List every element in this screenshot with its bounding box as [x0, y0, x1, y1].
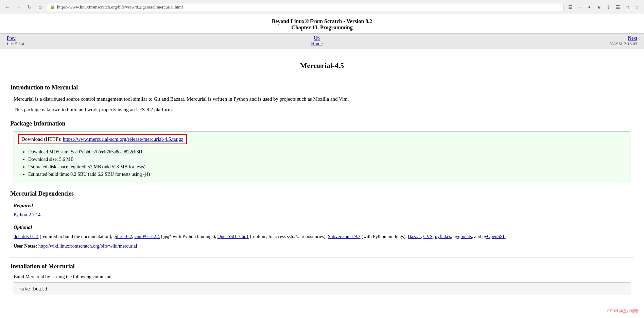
user-notes-label: User Notes: [14, 244, 37, 249]
intro-para2: This package is known to build and work … [14, 106, 634, 114]
subversion-note: (with Python bindings), [360, 234, 408, 239]
prev-link[interactable]: Prev [7, 36, 24, 41]
back-button[interactable]: ← [3, 3, 12, 11]
page-title: Mercurial-4.5 [10, 56, 634, 77]
nav-left: Prev Lua-5.3.4 [7, 36, 24, 47]
bookmark-list-icon[interactable]: ☰ [567, 3, 574, 11]
user-notes: User Notes: http://wiki.linuxfromscratch… [14, 244, 630, 249]
gnupg-note: (gpg2 with Python bindings), [160, 234, 217, 239]
user-notes-link[interactable]: http://wiki.linuxfromscratch.org/blfs/wi… [38, 244, 137, 249]
python-link[interactable]: Python-2.7.14 [14, 212, 40, 217]
pygments-link[interactable]: pygments [453, 234, 472, 239]
gnupg-link[interactable]: GnuPG-2.2.4 [134, 234, 160, 239]
docutils-note: (required to build the documentation), [39, 234, 114, 239]
size-label: Download size: [28, 157, 58, 162]
disk-label: Estimated disk space required: [28, 164, 86, 169]
package-info-box: Download (HTTP): https://www.mercurial-s… [14, 131, 630, 183]
url-text: https://www.linuxfromscratch.org/blfs/vi… [57, 4, 183, 10]
package-info-list: Download MD5 sum: 5ca07ebb0c7f7eeb7b5a8c… [28, 148, 626, 178]
profile-icon[interactable]: ○ [633, 3, 641, 11]
md5-label: Download MD5 sum: [28, 149, 70, 154]
next-link[interactable]: Next [628, 36, 637, 41]
pygments-and: , and [472, 234, 483, 239]
install-intro-text: Build Mercurial by issuing the following… [14, 274, 630, 280]
pocket-icon[interactable]: ✦ [586, 3, 593, 11]
prev-label: Lua-5.3.4 [7, 41, 24, 47]
home-link[interactable]: Home [311, 41, 323, 47]
main-content: Mercurial-4.5 Introduction to Mercurial … [0, 49, 644, 305]
dep-optional-section: Optional docutils-0.14 (required to buil… [10, 224, 634, 241]
disk-value: 52 MB (add 523 MB for tests) [88, 164, 145, 169]
pyopenssl-link[interactable]: pyOpenSSL [482, 234, 505, 239]
time-value: 0.2 SBU (add 6.2 SBU for tests using -j4… [70, 172, 150, 177]
up-link[interactable]: Up [314, 36, 320, 41]
openssh-note: (runtime, to access ssh://... repositori… [249, 234, 328, 239]
dep-optional-links: docutils-0.14 (required to build the doc… [14, 232, 630, 241]
address-bar[interactable]: 🔒 https://www.linuxfromscratch.org/blfs/… [47, 3, 564, 11]
page-header: Beyond Linux® From Scratch - Version 8.2… [0, 14, 644, 33]
cvs-link[interactable]: CVS [423, 234, 432, 239]
page-content: Beyond Linux® From Scratch - Version 8.2… [0, 14, 644, 305]
install-section-title: Installation of Mercurial [10, 257, 634, 270]
nav-right: Next NASM-2.13.03 [610, 36, 637, 47]
security-icon: 🔒 [50, 4, 55, 10]
home-button[interactable]: ⌂ [36, 3, 44, 11]
size-value: 5.6 MB [59, 157, 74, 162]
time-label: Estimated build time: [28, 172, 69, 177]
disk-item: Estimated disk space required: 52 MB (ad… [28, 163, 626, 171]
md5-value: 5ca07ebb0c7f7eeb7b5a8ca9822cb8f1 [71, 149, 143, 154]
download-http-row: Download (HTTP): https://www.mercurial-s… [18, 134, 187, 144]
pkg-section-title: Package Information [10, 120, 634, 127]
docutils-link[interactable]: docutils-0.14 [14, 234, 39, 239]
dep-section-title: Mercurial Dependencies [10, 190, 634, 197]
code-text: make build [19, 286, 47, 291]
reload-button[interactable]: ↻ [25, 3, 33, 11]
openssh-link[interactable]: OpenSSH-7.6p1 [217, 234, 249, 239]
subversion-link[interactable]: Subversion-1.9.7 [328, 234, 361, 239]
download-http-link[interactable]: https://www.mercurial-scm.org/release/me… [63, 136, 184, 142]
download-http-label: Download (HTTP): [21, 136, 62, 142]
download-icon[interactable]: ⇓ [605, 3, 612, 11]
sub-title: Chapter 13. Programming [7, 24, 637, 31]
main-title: Beyond Linux® From Scratch - Version 8.2 [7, 18, 637, 24]
window-icon[interactable]: ◻ [624, 3, 631, 11]
forward-button[interactable]: → [14, 3, 22, 11]
dep-optional-label: Optional [14, 224, 634, 230]
star-icon[interactable]: ★ [595, 3, 603, 11]
library-icon[interactable]: ☰ [614, 3, 622, 11]
nav-bar: Prev Lua-5.3.4 Up Home Next NASM-2.13.03 [0, 33, 644, 49]
nav-center: Up Home [311, 36, 323, 47]
bazaar-link[interactable]: Bazaar [408, 234, 421, 239]
dep-required-links: Python-2.7.14 [14, 211, 630, 219]
next-label: NASM-2.13.03 [610, 41, 637, 47]
size-item: Download size: 5.6 MB [28, 156, 626, 163]
git-link[interactable]: git-2.16.2 [114, 234, 132, 239]
dep-required-label: Required [14, 203, 634, 208]
intro-para1: Mercurial is a distributed source contro… [14, 95, 634, 103]
browser-actions: ☰ ⋯ ✦ ★ ⇓ ☰ ◻ ○ [567, 3, 641, 11]
browser-chrome: ← → ↻ ⌂ 🔒 https://www.linuxfromscratch.o… [0, 0, 644, 14]
time-item: Estimated build time: 0.2 SBU (add 6.2 S… [28, 171, 626, 178]
code-block: make build [14, 282, 630, 295]
more-menu-button[interactable]: ⋯ [576, 3, 584, 11]
dep-required-section: Required Python-2.7.14 [10, 203, 634, 219]
pyflakes-sep: , [451, 234, 453, 239]
pyflakes-link[interactable]: pyflakes [435, 234, 451, 239]
intro-section-title: Introduction to Mercurial [10, 84, 634, 91]
md5-item: Download MD5 sum: 5ca07ebb0c7f7eeb7b5a8c… [28, 148, 626, 156]
cvs-sep: , [433, 234, 435, 239]
